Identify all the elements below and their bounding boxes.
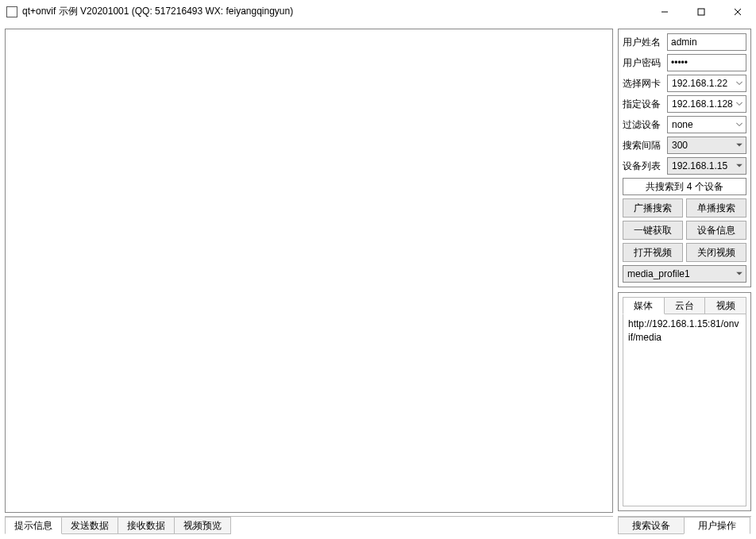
filter-select[interactable]: none bbox=[667, 116, 746, 133]
unicast-search-button[interactable]: 单播搜索 bbox=[686, 198, 746, 218]
svg-marker-4 bbox=[736, 144, 742, 147]
close-button[interactable] bbox=[719, 0, 756, 23]
devlist-value: 192.168.1.15 bbox=[672, 160, 727, 171]
svg-rect-1 bbox=[698, 9, 704, 15]
password-label: 用户密码 bbox=[623, 56, 664, 70]
svg-marker-6 bbox=[736, 272, 742, 275]
open-video-button[interactable]: 打开视频 bbox=[623, 243, 683, 262]
username-label: 用户姓名 bbox=[623, 36, 664, 49]
password-input[interactable] bbox=[667, 54, 746, 71]
info-panel: 媒体 云台 视频 http://192.168.1.15:81/onvif/me… bbox=[618, 292, 751, 511]
device-label: 指定设备 bbox=[623, 98, 664, 111]
tab-media[interactable]: 媒体 bbox=[623, 297, 665, 314]
chevron-down-icon bbox=[736, 123, 742, 127]
device-select[interactable]: 192.168.1.128 bbox=[667, 95, 746, 113]
nic-label: 选择网卡 bbox=[623, 77, 664, 90]
search-status: 共搜索到 4 个设备 bbox=[623, 178, 746, 195]
one-click-fetch-button[interactable]: 一键获取 bbox=[623, 221, 683, 240]
tab-user-operation[interactable]: 用户操作 bbox=[684, 517, 750, 534]
video-preview-area bbox=[5, 29, 613, 513]
tab-send-data[interactable]: 发送数据 bbox=[61, 517, 118, 534]
devlist-select[interactable]: 192.168.1.15 bbox=[667, 157, 746, 175]
svg-marker-5 bbox=[736, 164, 742, 167]
filter-value: none bbox=[672, 119, 693, 130]
maximize-button[interactable] bbox=[683, 0, 719, 23]
filter-label: 过滤设备 bbox=[623, 118, 664, 132]
window-title: qt+onvif 示例 V20201001 (QQ: 517216493 WX:… bbox=[22, 5, 646, 18]
close-video-button[interactable]: 关闭视频 bbox=[686, 243, 746, 262]
chevron-down-icon bbox=[736, 102, 742, 106]
nic-select[interactable]: 192.168.1.22 bbox=[667, 75, 746, 92]
tab-hint-info[interactable]: 提示信息 bbox=[5, 517, 62, 534]
profile-select[interactable]: media_profile1 bbox=[623, 265, 746, 283]
chevron-down-icon bbox=[736, 82, 742, 86]
app-icon bbox=[6, 6, 17, 17]
device-info-button[interactable]: 设备信息 bbox=[686, 221, 746, 240]
info-content: http://192.168.1.15:81/onvif/media bbox=[623, 314, 746, 506]
caret-down-icon bbox=[736, 144, 742, 148]
caret-down-icon bbox=[736, 272, 742, 276]
nic-value: 192.168.1.22 bbox=[672, 78, 727, 89]
device-value: 192.168.1.128 bbox=[672, 98, 733, 110]
profile-value: media_profile1 bbox=[627, 268, 690, 279]
interval-value: 300 bbox=[672, 140, 688, 151]
devlist-label: 设备列表 bbox=[623, 160, 664, 173]
title-bar: qt+onvif 示例 V20201001 (QQ: 517216493 WX:… bbox=[0, 0, 756, 24]
username-input[interactable] bbox=[667, 33, 746, 51]
caret-down-icon bbox=[736, 164, 742, 168]
tab-video[interactable]: 视频 bbox=[704, 297, 746, 314]
tab-recv-data[interactable]: 接收数据 bbox=[118, 517, 175, 534]
minimize-button[interactable] bbox=[646, 0, 683, 23]
settings-panel: 用户姓名 用户密码 选择网卡 192.168.1.22 指定设备 bbox=[618, 29, 751, 287]
tab-ptz[interactable]: 云台 bbox=[664, 297, 706, 314]
broadcast-search-button[interactable]: 广播搜索 bbox=[623, 198, 683, 218]
tab-video-preview[interactable]: 视频预览 bbox=[174, 517, 231, 534]
interval-label: 搜索间隔 bbox=[623, 139, 664, 152]
tab-search-device[interactable]: 搜索设备 bbox=[618, 517, 685, 534]
interval-select[interactable]: 300 bbox=[667, 137, 746, 154]
